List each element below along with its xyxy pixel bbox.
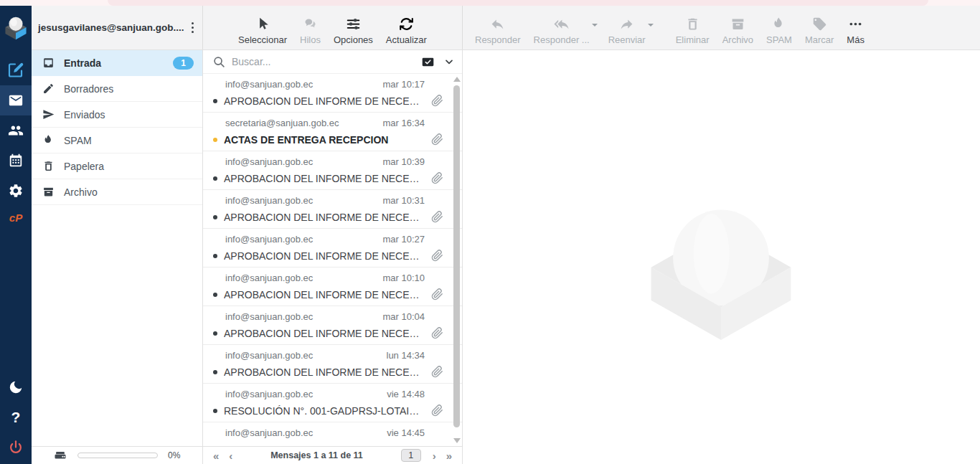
logout-button[interactable] <box>0 432 32 463</box>
current-page-input[interactable]: 1 <box>401 449 421 462</box>
sender: info@sanjuan.gob.ec <box>225 311 313 322</box>
pencil-icon <box>42 82 55 95</box>
contacts-icon <box>8 123 24 138</box>
prev-page-button[interactable]: ‹ <box>229 450 232 461</box>
message-status-filter-icon[interactable] <box>420 56 435 68</box>
refresh-button[interactable]: Actualizar <box>380 16 433 45</box>
subject: ACTAS DE ENTREGA RECEPCION <box>224 134 425 146</box>
sender: info@sanjuan.gob.ec <box>225 79 313 90</box>
compose-button[interactable] <box>0 55 32 85</box>
read-status-dot[interactable] <box>213 409 217 413</box>
folder-inbox[interactable]: Entrada 1 <box>32 50 202 76</box>
sliders-icon <box>346 16 361 32</box>
trash-icon <box>685 16 700 32</box>
read-status-dot[interactable] <box>213 293 217 297</box>
folder-drafts[interactable]: Borradores <box>32 76 202 102</box>
unread-count-badge: 1 <box>173 57 194 70</box>
webmail-logo <box>1 12 30 41</box>
message-list: info@sanjuan.gob.ecmar 10:17 APROBACION … <box>203 74 462 446</box>
quota-percent: 0% <box>168 450 180 460</box>
next-page-button[interactable]: › <box>433 450 436 461</box>
top-toolbar: jesusgavilanes@sanjuan.gob.... Seleccion… <box>32 6 980 50</box>
message-row[interactable]: info@sanjuan.gob.ecmar 10:31 APROBACION … <box>203 190 462 229</box>
message-row[interactable]: info@sanjuan.gob.ecmar 10:39 APROBACION … <box>203 151 462 190</box>
calendar-icon <box>8 153 24 169</box>
options-button[interactable]: Opciones <box>327 16 380 45</box>
attachment-paperclip-icon <box>431 404 443 417</box>
subject: APROBACION DEL INFORME DE NECESIDA... <box>224 289 425 300</box>
unread-status-dot[interactable] <box>213 138 217 142</box>
reply-button[interactable]: Responder <box>468 16 527 45</box>
message-toolbar: Responder Responder ... Reenviar Elimina… <box>463 6 980 49</box>
rail-calendar-button[interactable] <box>0 146 32 176</box>
read-status-dot[interactable] <box>213 370 217 374</box>
help-icon: ? <box>11 409 21 426</box>
select-button[interactable]: Seleccionar <box>232 16 293 45</box>
search-input[interactable] <box>232 56 414 67</box>
read-status-dot[interactable] <box>213 215 217 219</box>
folder-archive[interactable]: Archivo <box>32 179 202 205</box>
message-row[interactable]: info@sanjuan.gob.eclun 14:34 APROBACION … <box>203 345 462 384</box>
message-row[interactable]: info@sanjuan.gob.ecmar 10:10 APROBACION … <box>203 267 462 306</box>
archive-button[interactable]: Archivo <box>716 16 760 45</box>
message-row[interactable]: info@sanjuan.gob.ecmar 10:04 APROBACION … <box>203 306 462 345</box>
read-status-dot[interactable] <box>213 176 217 181</box>
sender: info@sanjuan.gob.ec <box>225 273 313 283</box>
disk-icon <box>53 448 67 463</box>
first-page-button[interactable]: « <box>213 450 219 461</box>
forward-button[interactable]: Reenviar <box>602 16 652 45</box>
last-page-button[interactable]: » <box>446 450 452 461</box>
date: mar 10:27 <box>382 234 425 245</box>
message-list-column: info@sanjuan.gob.ecmar 10:17 APROBACION … <box>203 50 463 464</box>
search-bar <box>203 50 462 74</box>
search-scope-chevron-down-icon[interactable] <box>443 56 455 67</box>
rail-settings-button[interactable] <box>0 176 32 206</box>
read-status-dot[interactable] <box>213 99 217 103</box>
help-button[interactable]: ? <box>0 402 32 432</box>
subject: APROBACION DEL INFORME DE NECESIDA... <box>224 173 425 184</box>
threads-icon <box>303 16 318 32</box>
message-row[interactable]: secretaria@sanjuan.gob.ecmar 16:34 ACTAS… <box>203 113 462 151</box>
rail-mail-button[interactable] <box>0 85 32 115</box>
folder-sent[interactable]: Enviados <box>32 102 202 128</box>
date: mar 10:04 <box>382 311 425 322</box>
account-menu-kebab-icon[interactable] <box>189 19 197 37</box>
read-status-dot[interactable] <box>213 331 217 336</box>
attachment-paperclip-icon <box>431 211 443 223</box>
list-scrollbar[interactable] <box>453 75 461 445</box>
scroll-up-arrow-icon[interactable] <box>453 77 461 82</box>
sender: info@sanjuan.gob.ec <box>225 195 313 206</box>
date: vie 14:48 <box>387 389 425 399</box>
attachment-paperclip-icon <box>431 327 443 339</box>
scroll-down-arrow-icon[interactable] <box>453 438 461 443</box>
trash-icon <box>42 160 55 172</box>
main-area: jesusgavilanes@sanjuan.gob.... Seleccion… <box>32 6 980 464</box>
folder-trash[interactable]: Papelera <box>32 153 202 179</box>
message-row[interactable]: info@sanjuan.gob.ecvie 14:45 <box>203 422 462 446</box>
mark-button[interactable]: Marcar <box>798 16 840 45</box>
sender: info@sanjuan.gob.ec <box>225 350 313 361</box>
message-row[interactable]: info@sanjuan.gob.ecmar 10:17 APROBACION … <box>203 74 462 113</box>
read-status-dot[interactable] <box>213 254 217 258</box>
ellipsis-icon <box>848 16 863 32</box>
reply-icon <box>490 16 505 32</box>
reply-all-button[interactable]: Responder ... <box>527 16 596 45</box>
search-icon[interactable] <box>213 56 225 68</box>
spam-button[interactable]: SPAM <box>760 16 798 45</box>
top-notification-strip-inner <box>108 0 928 6</box>
folder-list: Entrada 1 Borradores Enviados SPAM <box>32 50 202 446</box>
cpanel-logo[interactable]: cP <box>9 212 22 224</box>
sender: info@sanjuan.gob.ec <box>225 234 313 245</box>
threads-button[interactable]: Hilos <box>293 16 327 45</box>
refresh-icon <box>399 16 414 32</box>
more-button[interactable]: Más <box>840 16 871 45</box>
message-row[interactable]: info@sanjuan.gob.ecmar 10:27 APROBACION … <box>203 229 462 267</box>
delete-button[interactable]: Eliminar <box>669 16 716 45</box>
dark-mode-button[interactable] <box>0 372 32 402</box>
folder-spam[interactable]: SPAM <box>32 128 202 153</box>
attachment-paperclip-icon <box>431 95 443 107</box>
rail-contacts-button[interactable] <box>0 115 32 146</box>
message-row[interactable]: info@sanjuan.gob.ecvie 14:48 RESOLUCIÓN … <box>203 384 462 422</box>
scrollbar-thumb[interactable] <box>453 85 460 427</box>
tag-icon <box>812 16 827 32</box>
